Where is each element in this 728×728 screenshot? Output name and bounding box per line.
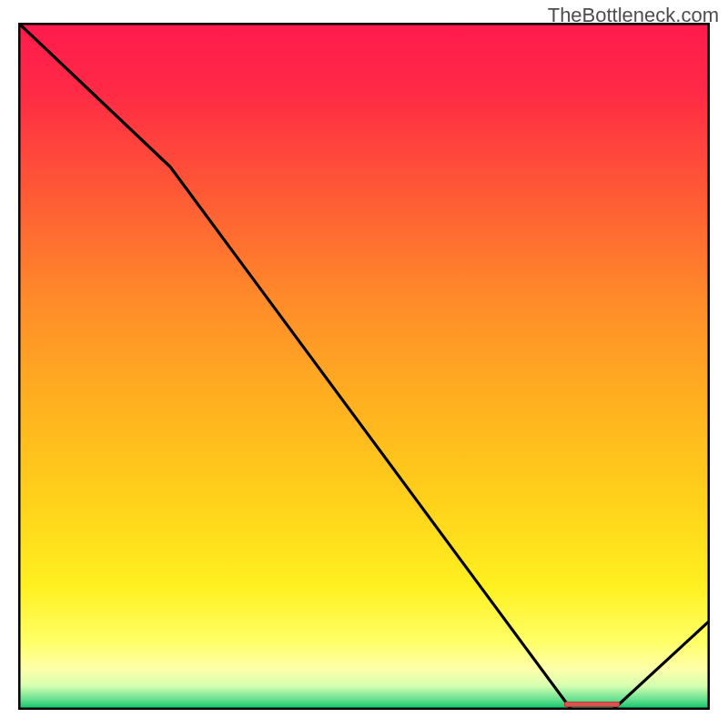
- watermark-text: TheBottleneck.com: [548, 4, 719, 27]
- plot-inner: [18, 23, 710, 710]
- plot-area: [18, 23, 710, 710]
- chart-container: TheBottleneck.com: [0, 0, 728, 728]
- background-gradient: [18, 23, 710, 710]
- optimal-range-marker: [564, 702, 620, 707]
- svg-rect-0: [18, 23, 710, 710]
